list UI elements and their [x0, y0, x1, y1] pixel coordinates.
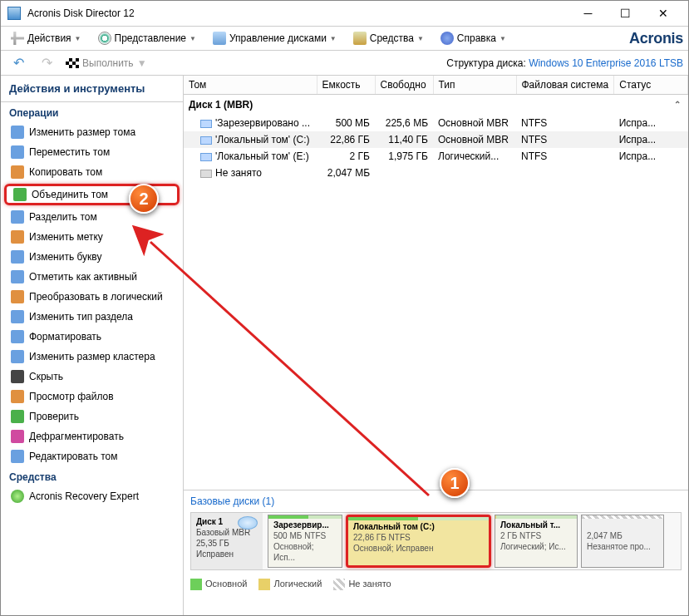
disk-structure-link[interactable]: Windows 10 Enterprise 2016 LTSB: [529, 57, 683, 69]
op-icon-6: [11, 250, 24, 264]
sidebar-header: Действия и инструменты: [1, 76, 183, 102]
sidebar-item-label: Объединить том: [32, 189, 108, 200]
toolbar: Выполнить▼ Структура диска: Windows 10 E…: [1, 51, 688, 76]
partition-2[interactable]: Локальный т...2 ГБ NTFSЛогический; Ис...: [495, 515, 578, 568]
sidebar-item-label: Преобразовать в логический: [29, 291, 163, 303]
undo-icon: [13, 55, 24, 71]
collapse-icon[interactable]: ⌃: [672, 100, 683, 111]
close-button[interactable]: ✕: [644, 2, 682, 25]
sidebar-item-recovery[interactable]: Acronis Recovery Expert: [1, 486, 183, 506]
volume-table: Том Емкость Свободно Тип Файловая систем…: [184, 76, 688, 181]
volume-icon: [200, 120, 212, 128]
sidebar-item-9[interactable]: Изменить тип раздела: [1, 307, 183, 327]
sidebar-item-4[interactable]: Разделить том: [1, 207, 183, 227]
minimize-button[interactable]: ─: [569, 2, 607, 25]
partition-usage-bar: [495, 515, 577, 519]
table-row[interactable]: 'Локальный том' (E:)2 ГБ1,975 ГБЛогическ…: [184, 148, 688, 165]
op-icon-10: [11, 330, 24, 343]
col-status[interactable]: Статус: [614, 76, 688, 95]
table-row[interactable]: Не занято2,047 МБ: [184, 165, 688, 181]
sidebar-item-label: Форматировать: [29, 331, 101, 342]
sidebar-item-label: Копировать том: [29, 166, 102, 178]
col-volume[interactable]: Том: [184, 76, 317, 95]
help-icon: [440, 32, 454, 45]
op-icon-15: [11, 430, 24, 443]
sidebar-item-label: Просмотр файлов: [29, 391, 114, 402]
sidebar-item-label: Переместить том: [29, 146, 110, 158]
menu-actions[interactable]: Действия▼: [6, 29, 86, 47]
op-icon-1: [11, 145, 24, 159]
sidebar-item-8[interactable]: Преобразовать в логический: [1, 287, 183, 307]
col-type[interactable]: Тип: [433, 76, 516, 95]
col-fs[interactable]: Файловая система: [516, 76, 614, 95]
eye-icon: [98, 32, 111, 45]
table-row[interactable]: 'Зарезервировано ...500 МБ225,6 МБОсновн…: [184, 115, 688, 131]
execute-button[interactable]: Выполнить▼: [62, 55, 150, 71]
col-capacity[interactable]: Емкость: [317, 76, 375, 95]
sidebar-item-15[interactable]: Дефрагментировать: [1, 426, 183, 446]
partition-0[interactable]: Зарезервир...500 МБ NTFSОсновной; Исп...: [268, 515, 342, 568]
sidebar-item-3[interactable]: Объединить том: [4, 184, 180, 205]
op-icon-7: [11, 270, 24, 283]
op-icon-13: [11, 390, 24, 403]
undo-button[interactable]: [6, 53, 31, 73]
volume-icon: [200, 136, 212, 145]
window-controls: ─ ☐ ✕: [569, 2, 682, 25]
wrench-icon: [11, 32, 24, 45]
op-icon-0: [11, 126, 24, 139]
sidebar-item-6[interactable]: Изменить букву: [1, 247, 183, 267]
sidebar-item-13[interactable]: Просмотр файлов: [1, 387, 183, 407]
flag-icon: [66, 58, 79, 68]
legend-free-swatch: [333, 579, 345, 590]
legend-logical-swatch: [258, 579, 270, 590]
sidebar-item-1[interactable]: Переместить том: [1, 142, 183, 162]
window-title: Acronis Disk Director 12: [27, 7, 569, 19]
op-icon-4: [11, 210, 24, 224]
sidebar-item-label: Изменить размер тома: [29, 126, 135, 138]
table-row[interactable]: 'Локальный том' (C:)22,86 ГБ11,40 ГБОсно…: [184, 131, 688, 148]
sidebar-item-14[interactable]: Проверить: [1, 407, 183, 426]
sidebar-item-label: Изменить метку: [29, 231, 103, 243]
menubar: Действия▼ Представление▼ Управление диск…: [1, 26, 688, 51]
sidebar-item-label: Изменить тип раздела: [29, 311, 133, 323]
sidebar-item-10[interactable]: Форматировать: [1, 327, 183, 347]
menu-disk-mgmt[interactable]: Управление дисками▼: [208, 29, 342, 47]
sidebar-item-2[interactable]: Копировать том: [1, 162, 183, 182]
partition-1[interactable]: Локальный том (C:)22,86 ГБ NTFSОсновной;…: [346, 515, 491, 568]
sidebar-item-label: Отметить как активный: [29, 271, 137, 283]
sidebar: Действия и инструменты Операции Изменить…: [1, 76, 184, 615]
sidebar-item-12[interactable]: Скрыть: [1, 367, 183, 387]
content-area: Том Емкость Свободно Тип Файловая систем…: [184, 76, 688, 615]
op-icon-8: [11, 290, 24, 303]
sidebar-item-16[interactable]: Редактировать том: [1, 446, 183, 466]
sidebar-item-11[interactable]: Изменить размер кластера: [1, 347, 183, 367]
disk-info[interactable]: Диск 1 Базовый MBR 25,35 ГБ Исправен: [191, 513, 263, 569]
sidebar-item-0[interactable]: Изменить размер тома: [1, 122, 183, 142]
disk-structure: Структура диска: Windows 10 Enterprise 2…: [446, 57, 683, 69]
recovery-icon: [11, 490, 24, 503]
op-icon-9: [11, 310, 24, 323]
partition-3[interactable]: 2,047 МБНезанятое про...: [581, 515, 664, 568]
menu-view[interactable]: Представление▼: [93, 29, 201, 47]
sidebar-section-tools: Средства: [1, 466, 183, 486]
sidebar-item-5[interactable]: Изменить метку: [1, 227, 183, 247]
partition-usage-bar: [268, 515, 342, 519]
op-icon-14: [11, 410, 24, 423]
tools-icon: [353, 32, 367, 45]
disk-row: Диск 1 Базовый MBR 25,35 ГБ Исправен Зар…: [190, 512, 682, 570]
menu-help[interactable]: Справка▼: [436, 29, 511, 47]
legend-primary-swatch: [190, 579, 202, 590]
op-icon-5: [11, 230, 24, 244]
op-icon-12: [11, 370, 24, 383]
menu-tools[interactable]: Средства▼: [348, 29, 429, 47]
table-group-row[interactable]: Диск 1 (MBR)⌃: [184, 95, 688, 116]
sidebar-item-label: Изменить размер кластера: [29, 351, 155, 362]
col-free[interactable]: Свободно: [375, 76, 433, 95]
legend: Основной Логический Не занято: [190, 579, 682, 590]
redo-icon: [42, 55, 52, 71]
disk-panel-title: Базовые диски (1): [190, 495, 682, 507]
redo-button[interactable]: [34, 53, 59, 73]
maximize-button[interactable]: ☐: [607, 2, 644, 25]
sidebar-item-7[interactable]: Отметить как активный: [1, 267, 183, 287]
partition-usage-bar: [348, 517, 489, 520]
